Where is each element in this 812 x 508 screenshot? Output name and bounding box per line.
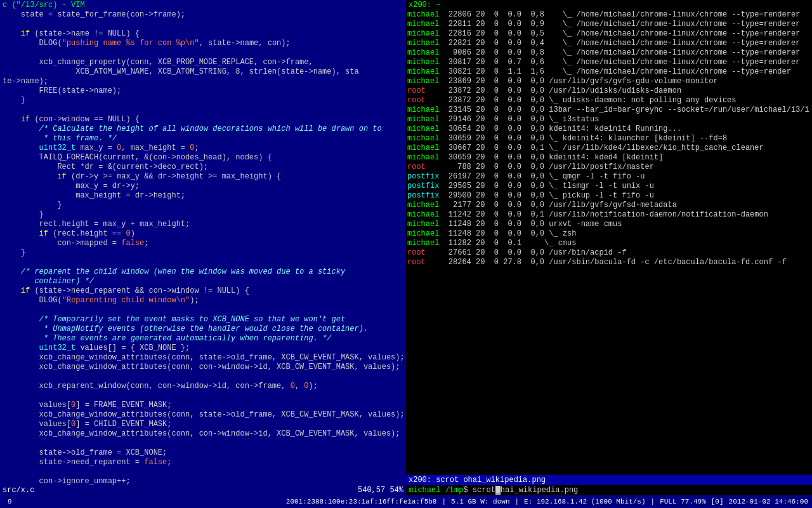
term-line: postfix 26197 20 0 0.0 0,0 \_ qmgr -l -t… [407,172,811,182]
term-line: michael 30667 20 0 0.0 0,1 \_ /usr/lib/k… [407,144,811,153]
vim-line: xcb_reparent_window(conn, con->window->i… [3,382,403,391]
term-line: michael 9086 20 0 0.0 0,8 \_ /home/micha… [407,48,811,58]
vim-line [3,258,403,267]
term-panel[interactable]: x200: ~ michael 22806 20 0 0.0 0,8 \_ /h… [406,0,812,495]
term-line: michael 30659 20 0 0.0 0,0 kdeinit4: kde… [407,153,811,163]
status-mode: FULL 77.49% [660,498,706,505]
term-after-cursor: hai_wikipedia.png [501,486,578,495]
vim-line: xcb_change_window_attributes(conn, state… [3,410,403,420]
vim-line: XCB_ATOM_WM_NAME, XCB_ATOM_STRING, 8, st… [3,67,403,77]
term-cursor: _ [495,486,501,495]
vim-line: xcb_change_property(conn, XCB_PROP_MODE_… [3,58,403,67]
term-line: postfix 29505 20 0 0.0 0,0 \_ tlsmgr -l … [407,182,811,191]
bottom-statusbar: 9 2001:2388:100e:23:1af:16ff:fe1a:f5b8 |… [0,495,812,508]
main-container: c ("/i3/src) - VIM state = state_for_fra… [0,0,812,508]
status-pipe2: | [514,498,519,505]
vim-line: con->mapped = false; [3,239,403,248]
top-area: c ("/i3/src) - VIM state = state_for_fra… [0,0,812,495]
term-title-bar: x200: ~ [406,0,812,10]
vim-line: xcb_change_window_attributes(conn, con->… [3,363,403,372]
term-line: michael 11282 20 0 0.1 \_ cmus [407,239,811,248]
status-eth: E: 192.168.1.42 (1000 Mbit/s) [524,498,645,505]
vim-line [3,467,403,477]
vim-line: uint32_t values[] = { XCB_NONE }; [3,344,403,353]
status-mac: 2001:2388:100e:23:1af:16ff:fe1a:f5b8 [286,498,437,505]
vim-line: if (con->window == NULL) { [3,115,403,124]
status-pipe3: | [651,498,655,505]
vim-line [3,391,403,401]
term-line: michael 22811 20 0 0.0 0,9 \_ /home/mich… [407,20,811,29]
term-line: michael 23869 20 0 0.0 0,0 /usr/lib/gvfs… [407,77,811,86]
term-line: michael 29146 20 0 0.0 0,0 \_ i3status [407,115,811,124]
term-prompt-path: /tmp [445,486,464,495]
vim-line: rect.height = max_y + max_height; [3,220,403,229]
term-line: michael 30654 20 0 0.0 0,0 kdeinit4: kde… [407,124,811,134]
term-line: root 27661 20 0 0.0 0,0 /usr/bin/acpid -… [407,248,811,258]
vim-line: TAILQ_FOREACH(current, &(con->nodes_head… [3,153,403,163]
vim-line: con->ignore_unmap++; [3,477,403,485]
term-cmd-bar: x200: scrot ohai_wikipedia.png [406,475,812,485]
vim-line: max_y = dr->y; [3,182,403,191]
vim-line: } [3,248,403,258]
vim-panel[interactable]: c ("/i3/src) - VIM state = state_for_fra… [0,0,406,495]
vim-line [3,48,403,58]
term-line: postfix 29500 20 0 0.0 0,0 \_ pickup -l … [407,191,811,201]
vim-line: if (dr->y >= max_y && dr->height >= max_… [3,172,403,182]
term-line: michael 30817 20 0 0.7 0,6 \_ /home/mich… [407,58,811,67]
vim-title-bar: c ("/i3/src) - VIM [0,0,406,10]
vim-line [3,20,403,29]
term-prompt-user: michael [409,486,440,495]
vim-line: } [3,96,403,105]
vim-line: * UnmapNotify events (otherwise the hand… [3,324,403,334]
vim-position: 540,57 54% [358,486,403,495]
term-prompt-dollar: $ scrot [463,486,495,495]
vim-line: * These events are generated automatical… [3,334,403,344]
vim-line: te->name); [3,77,403,86]
vim-line: if (state->name != NULL) { [3,29,403,39]
vim-line: /* Temporarily set the event masks to XC… [3,315,403,324]
status-left: 9 [4,498,16,505]
status-disk: 5.1 GB W: down [451,498,509,505]
term-line: root 788 20 0 0.0 0,0 /usr/lib/postfix/m… [407,163,811,172]
vim-line: * this frame. */ [3,134,403,144]
term-prompt-bar[interactable]: michael /tmp $ scrot _ hai_wikipedia.png [406,485,812,495]
vim-line: state->need_reparent = false; [3,458,403,467]
vim-line: values[0] = CHILD_EVENT_MASK; [3,420,403,429]
vim-statusbar: src/x.c 540,57 54% [0,485,406,495]
term-line: michael 30659 20 0 0.0 0,0 \_ kdeinit4: … [407,134,811,144]
term-line: root 28264 20 0 27.8 0,0 /usr/sbin/bacul… [407,258,811,267]
term-line: michael 11248 20 0 0.0 0,0 urxvt -name c… [407,220,811,229]
vim-line: } [3,210,403,220]
term-content[interactable]: michael 22806 20 0 0.0 0,8 \_ /home/mich… [406,10,812,475]
vim-line: uint32_t max_y = 0, max_height = 0; [3,144,403,153]
vim-line: values[0] = FRAME_EVENT_MASK; [3,401,403,410]
vim-line: container) */ [3,277,403,286]
vim-line [3,305,403,315]
vim-line: if (rect.height == 0) [3,229,403,239]
status-line-num: 9 [4,498,16,505]
term-line: michael 23145 20 0 0.0 0,0 i3bar --bar_i… [407,105,811,115]
term-line: michael 2177 20 0 0.0 0,0 /usr/lib/gvfs/… [407,201,811,210]
status-workspace: [0] [711,498,724,505]
vim-line [3,372,403,382]
term-line: michael 11242 20 0 0.0 0,1 /usr/lib/noti… [407,210,811,220]
vim-line: xcb_change_window_attributes(conn, con->… [3,429,403,439]
status-right: 2001:2388:100e:23:1af:16ff:fe1a:f5b8 | 5… [286,498,808,505]
vim-line: /* reparent the child window (when the w… [3,267,403,277]
term-line: michael 22806 20 0 0.0 0,8 \_ /home/mich… [407,10,811,20]
vim-line [3,439,403,448]
vim-line: if (state->need_reparent && con->window … [3,286,403,296]
vim-line: state->old_frame = XCB_NONE; [3,448,403,458]
term-line: michael 22821 20 0 0.0 0,4 \_ /home/mich… [407,39,811,48]
status-pipe1: | [442,498,446,505]
vim-line: xcb_change_window_attributes(conn, state… [3,353,403,363]
vim-line: FREE(state->name); [3,86,403,96]
vim-line [3,105,403,115]
vim-line: /* Calculate the height of all window de… [3,124,403,134]
vim-content[interactable]: state = state_for_frame(con->frame); if … [0,10,406,485]
vim-line: max_height = dr->height; [3,191,403,201]
term-line: michael 11248 20 0 0.0 0,0 \_ zsh [407,229,811,239]
vim-line: DLOG("Reparenting child window\n"); [3,296,403,305]
term-line: root 23872 20 0 0.0 0,0 /usr/lib/udisks/… [407,86,811,96]
vim-filename: src/x.c [3,486,34,495]
